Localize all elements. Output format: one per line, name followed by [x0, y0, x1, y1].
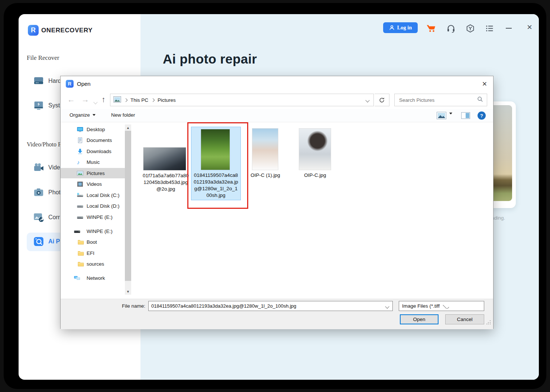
tree-scrollbar[interactable]: ▲ ▼: [125, 124, 131, 295]
new-folder-label: New folder: [111, 112, 135, 118]
close-window-button[interactable]: ×: [524, 22, 535, 32]
toolbox-icon[interactable]: [465, 23, 475, 33]
address-dropdown-chevron-icon[interactable]: [366, 97, 369, 103]
tree-item-desktop[interactable]: Desktop: [61, 124, 125, 135]
folder-icon: [78, 250, 84, 256]
file-tile[interactable]: OIP-C.jpg: [297, 127, 334, 190]
login-button[interactable]: Log in: [383, 22, 418, 33]
sidebar-item-label: Ai P: [48, 238, 60, 245]
tree-item-boot[interactable]: Boot: [61, 237, 125, 247]
refresh-button[interactable]: [375, 94, 389, 106]
open-dialog: R Open × ← → ↑ This PC Pictures: [60, 76, 494, 329]
sidebar-section-video-photo: Video/Photo R: [27, 141, 62, 148]
sidebar-item-label: Hard: [48, 78, 61, 84]
tree-item-local-disk-d[interactable]: Local Disk (D:): [61, 201, 125, 211]
back-arrow-icon[interactable]: ←: [67, 95, 75, 104]
open-button[interactable]: Open: [400, 314, 439, 324]
view-mode-dropdown[interactable]: [449, 114, 452, 121]
scroll-down-button[interactable]: ▼: [125, 288, 131, 295]
dialog-title: Open: [77, 81, 91, 87]
dialog-app-icon: R: [66, 80, 74, 88]
combobox-chevron-icon[interactable]: [386, 303, 389, 310]
hard-drive-icon: [33, 76, 45, 86]
support-headset-icon[interactable]: [446, 23, 456, 33]
brand-logo: R: [28, 25, 39, 36]
tree-item-winpe-e[interactable]: WINPE (E:): [61, 212, 125, 222]
breadcrumb-separator-icon: [124, 98, 128, 102]
dialog-footer: File name: Image Files (*.tiff;*.pjp;*.j…: [61, 299, 493, 329]
video-camera-icon: [33, 162, 45, 173]
close-icon: ×: [527, 23, 532, 32]
breadcrumb-pictures[interactable]: Pictures: [158, 97, 176, 103]
file-tile[interactable]: OIP-C (1).jpg: [247, 127, 284, 190]
app-window: R ONERECOVERY Log in ×: [19, 14, 539, 380]
select-chevron-icon: [440, 303, 481, 309]
tree-item-network[interactable]: Network: [61, 273, 125, 283]
organize-label: Organize: [69, 112, 90, 118]
folder-icon: [78, 239, 84, 245]
tree-item-downloads[interactable]: Downloads: [61, 146, 125, 156]
breadcrumb-separator-icon: [151, 98, 155, 102]
file-name-input[interactable]: [149, 303, 386, 309]
file-name-combobox[interactable]: [148, 301, 393, 311]
tree-item-efi[interactable]: EFI: [61, 248, 125, 258]
disk-icon: [74, 229, 80, 234]
system-monitor-icon: [33, 100, 45, 111]
dialog-close-button[interactable]: ×: [480, 79, 489, 89]
file-type-select[interactable]: Image Files (*.tiff;*.pjp;*.jfif;*.br: [399, 301, 484, 311]
forward-arrow-icon[interactable]: →: [81, 95, 89, 104]
file-thumbnail: [252, 129, 278, 170]
help-button[interactable]: ?: [478, 111, 486, 120]
cancel-button[interactable]: Cancel: [445, 314, 484, 324]
tree-item-videos[interactable]: Videos: [61, 179, 125, 189]
videos-icon: [77, 181, 83, 187]
tree-item-pictures[interactable]: Pictures: [61, 168, 125, 178]
file-tile[interactable]: 01f71a5a7a6b77a8012045b3db453d.jpg@2o.jp…: [142, 122, 189, 206]
scroll-up-button[interactable]: ▲: [125, 124, 131, 131]
photo-camera-icon: [33, 187, 45, 198]
music-note-icon: ♪: [77, 159, 83, 165]
address-bar[interactable]: This PC Pictures: [110, 94, 374, 106]
minimize-button[interactable]: [504, 23, 514, 33]
search-box[interactable]: [394, 94, 487, 106]
menu-list-icon[interactable]: [484, 23, 495, 33]
disk-icon: [77, 214, 83, 220]
annotation-highlight-box: [187, 122, 248, 209]
tree-item-sources[interactable]: sources: [61, 259, 125, 269]
open-button-label: Open: [413, 317, 425, 322]
file-type-value: Image Files (*.tiff;*.pjp;*.jfif;*.br: [399, 303, 440, 309]
up-arrow-icon[interactable]: ↑: [101, 95, 106, 104]
download-arrow-icon: [77, 149, 83, 154]
network-icon: [74, 275, 80, 281]
person-icon: [389, 25, 395, 30]
file-name-label: File name:: [113, 303, 145, 309]
search-icon: [477, 96, 483, 104]
pictures-icon: [77, 171, 83, 176]
window-frame: R ONERECOVERY Log in ×: [4, 3, 546, 389]
view-mode-button[interactable]: [437, 112, 446, 121]
sidebar-item-label: Corr: [48, 214, 60, 221]
cancel-button-label: Cancel: [457, 317, 472, 322]
search-input[interactable]: [395, 97, 477, 103]
new-folder-button[interactable]: New folder: [111, 112, 135, 118]
tree-item-winpe-e-root[interactable]: WINPE (E:): [61, 226, 125, 236]
cart-icon[interactable]: [426, 23, 436, 33]
preview-pane-button[interactable]: [461, 112, 470, 120]
recent-locations-chevron-icon[interactable]: [94, 98, 97, 105]
tree-item-documents[interactable]: Documents: [61, 135, 125, 145]
organize-menu[interactable]: Organize: [69, 112, 96, 118]
tree-item-local-disk-c[interactable]: Local Disk (C:): [61, 190, 125, 200]
breadcrumb-this-pc[interactable]: This PC: [130, 97, 148, 103]
file-name: OIP-C.jpg: [297, 172, 334, 179]
refresh-icon: [379, 97, 385, 103]
file-thumbnail: [143, 148, 186, 170]
scrollbar-thumb[interactable]: [125, 131, 131, 281]
document-icon: [77, 137, 83, 143]
sidebar-item-label: Phot: [48, 189, 61, 196]
tree-item-music[interactable]: ♪ Music: [61, 157, 125, 167]
thumbnail-view-icon: [437, 112, 446, 119]
resize-grip[interactable]: [486, 320, 491, 324]
dialog-titlebar[interactable]: R Open ×: [61, 76, 493, 92]
dialog-toolbar: Organize New folder ?: [61, 109, 493, 122]
file-name: OIP-C (1).jpg: [247, 172, 284, 179]
